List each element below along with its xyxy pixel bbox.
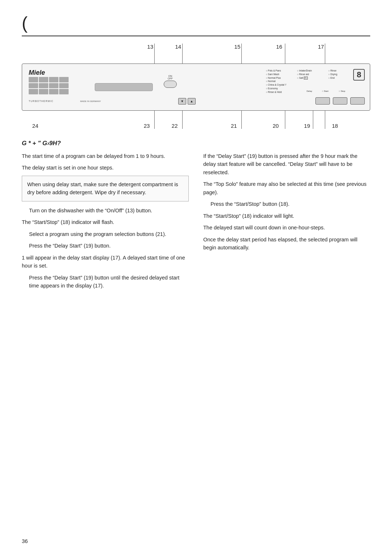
grid-bar bbox=[59, 89, 69, 94]
top-solo-button[interactable] bbox=[333, 97, 347, 105]
hour-display: 8 bbox=[353, 69, 365, 81]
diagram-num-13: 13 bbox=[147, 44, 154, 50]
para-9-hour: If the “Delay Start” (19) button is pres… bbox=[203, 152, 370, 176]
line-20 bbox=[285, 111, 285, 129]
grid-bar bbox=[59, 77, 69, 82]
page-number: 36 bbox=[22, 538, 28, 544]
diagram-section: 13 14 15 16 17 Miele bbox=[22, 44, 370, 129]
top-number-row: 13 14 15 16 17 bbox=[22, 44, 370, 64]
para-turn-on: Turn on the dishwasher with the “On/Off”… bbox=[29, 207, 189, 215]
diagram-num-23: 23 bbox=[144, 123, 150, 129]
grid-bar bbox=[29, 77, 38, 82]
line-21 bbox=[241, 111, 242, 129]
diagram-num-21: 21 bbox=[231, 123, 237, 129]
status-item: ○ Rinse aid bbox=[297, 73, 312, 76]
grid-bar bbox=[29, 83, 38, 89]
grid-bar bbox=[29, 89, 38, 94]
header-symbol: ( bbox=[22, 15, 28, 32]
program-item: ○ Economy bbox=[266, 87, 286, 90]
diagram-num-22: 22 bbox=[172, 123, 178, 129]
grid-bar bbox=[59, 83, 69, 89]
right-column: If the “Delay Start” (19) button is pres… bbox=[203, 152, 370, 294]
program-item: ○ Normal bbox=[266, 79, 286, 83]
grid-bar bbox=[39, 77, 48, 82]
line-15 bbox=[241, 44, 242, 64]
line-13 bbox=[154, 44, 155, 64]
start-stop-button[interactable] bbox=[350, 97, 365, 105]
status-item: ○ Intake/Drain bbox=[297, 69, 312, 73]
display-value: 8 bbox=[357, 70, 361, 79]
line-22 bbox=[182, 111, 183, 129]
arrow-down-button[interactable]: ▼ bbox=[178, 98, 186, 105]
para-press-delay-until: Press the “Delay Start” (19) button unti… bbox=[29, 274, 189, 290]
arrow-up-button[interactable]: ▲ bbox=[188, 98, 196, 105]
delay-label: Delay bbox=[307, 90, 312, 92]
para-delay-hours: The start time of a program can be delay… bbox=[22, 152, 189, 160]
onoff-text: ONOFF bbox=[164, 75, 177, 80]
arrow-buttons[interactable]: ▼ ▲ bbox=[178, 98, 196, 105]
para-flash: The “Start/Stop” (18) indicator will fla… bbox=[22, 218, 189, 226]
left-column: The start time of a program can be delay… bbox=[22, 152, 189, 294]
bottom-number-row: 24 23 22 21 20 19 18 bbox=[22, 111, 370, 129]
diagram-num-19: 19 bbox=[304, 123, 310, 129]
diagram-num-17: 17 bbox=[318, 44, 324, 50]
para-select-program: Select a program using the program selec… bbox=[29, 230, 189, 238]
grid-bar bbox=[39, 89, 48, 94]
turbothermic-label: TURBOTHERMIC bbox=[29, 100, 53, 102]
warning-box: When using delay start, make sure the de… bbox=[22, 176, 189, 201]
line-23 bbox=[154, 111, 155, 129]
start-label: ○ Start bbox=[322, 90, 328, 92]
diagram-num-15: 15 bbox=[234, 44, 241, 50]
status-item: ○ Salt PC bbox=[297, 76, 312, 80]
handle-bar bbox=[95, 83, 153, 91]
page-header: ( bbox=[22, 15, 370, 36]
line-19 bbox=[313, 111, 313, 129]
onoff-button[interactable] bbox=[164, 81, 177, 88]
para-indicator-light: The “Start/Stop” (18) indicator will lig… bbox=[203, 212, 370, 220]
front-grid bbox=[29, 77, 69, 94]
para-press-delay: Press the “Delay Start” (19) button. bbox=[29, 242, 189, 250]
program-list: ○ Pots & Pans ○ Sani Wash ○ Normal Plus … bbox=[266, 69, 286, 94]
status-item: ○ Drying bbox=[328, 73, 337, 76]
grid-bar bbox=[49, 77, 58, 82]
miele-logo: Miele bbox=[29, 69, 45, 77]
line-17 bbox=[325, 44, 325, 64]
made-in-germany-label: MADE IN GERMANY bbox=[80, 100, 101, 102]
program-item: ○ Sani Wash bbox=[266, 73, 286, 76]
appliance-diagram: Miele TURBOTHERMIC MADE IN GERMANY ONOFF bbox=[22, 64, 370, 111]
grid-bar bbox=[39, 83, 48, 89]
grid-bar bbox=[49, 83, 58, 89]
grid-bar bbox=[49, 89, 58, 94]
line-16 bbox=[285, 44, 285, 64]
line-14 bbox=[182, 44, 183, 64]
para-top-solo: The “Top Solo” feature may also be selec… bbox=[203, 180, 370, 196]
status-item: ○ End bbox=[328, 76, 337, 80]
para-1-appear: 1 will appear in the delay start display… bbox=[22, 254, 189, 270]
diagram-num-18: 18 bbox=[332, 123, 338, 129]
status-indicators: ○ Intake/Drain ○ Rinse aid ○ Salt PC bbox=[297, 69, 312, 79]
stop-label: ○ Stop bbox=[339, 90, 345, 92]
onoff-area: ONOFF bbox=[164, 75, 177, 89]
program-item: ○ China & Crystal 'i' bbox=[266, 83, 286, 87]
program-item: ○ Pots & Pans bbox=[266, 69, 286, 73]
para-elapsed: Once the delay start period has elapsed,… bbox=[203, 236, 370, 252]
program-item: ○ Rinse & Hold bbox=[266, 90, 286, 94]
para-press-start-stop: Press the “Start/Stop” button (18). bbox=[211, 200, 370, 208]
far-right-status: ○ Rinse ○ Drying ○ End bbox=[328, 69, 337, 79]
status-item: ○ Rinse bbox=[328, 69, 337, 73]
line-18 bbox=[325, 111, 325, 129]
diagram-num-24: 24 bbox=[32, 123, 38, 129]
bottom-buttons: Delay ○ Start ○ Stop bbox=[315, 97, 365, 105]
para-count-down: The delayed start will count down in one… bbox=[203, 224, 370, 232]
content-area: The start time of a program can be delay… bbox=[22, 152, 370, 294]
section-heading: G * + " G›9H? bbox=[22, 140, 370, 147]
para-delay-steps: The delay start is set in one hour steps… bbox=[22, 164, 189, 172]
diagram-num-14: 14 bbox=[175, 44, 181, 50]
diagram-num-20: 20 bbox=[273, 123, 279, 129]
diagram-num-16: 16 bbox=[276, 44, 282, 50]
delay-start-button[interactable] bbox=[315, 97, 330, 105]
program-item: ○ Normal Plus bbox=[266, 76, 286, 80]
